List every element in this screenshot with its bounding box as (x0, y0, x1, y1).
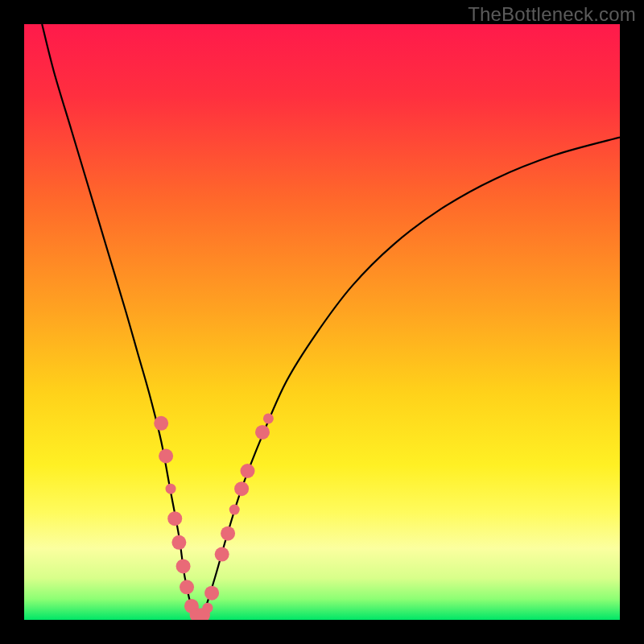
data-point (221, 526, 235, 541)
data-point (166, 484, 176, 494)
data-point (159, 449, 173, 464)
plot-area (24, 24, 620, 620)
chart-svg (24, 24, 620, 620)
data-point (234, 481, 249, 496)
chart-frame: TheBottleneck.com (0, 0, 644, 644)
data-point (176, 559, 191, 573)
data-point (202, 603, 213, 613)
data-point (167, 511, 182, 526)
data-point (204, 586, 219, 601)
data-point (171, 535, 186, 550)
data-point (263, 413, 274, 423)
data-point (180, 580, 194, 594)
data-point (229, 505, 240, 515)
data-point (255, 425, 270, 440)
data-point (154, 416, 168, 431)
watermark-text: TheBottleneck.com (468, 3, 636, 26)
data-point (215, 547, 229, 562)
gradient-background (24, 24, 620, 620)
data-point (241, 464, 255, 478)
